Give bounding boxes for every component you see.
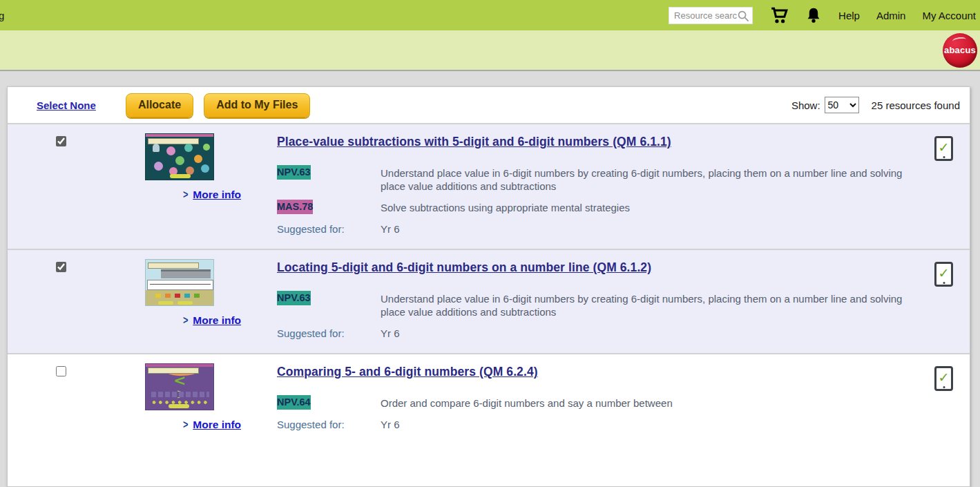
resource-checkbox[interactable] <box>56 366 66 376</box>
thumb-titlebar <box>146 134 213 137</box>
thumb-planet <box>201 164 209 173</box>
objective-row: MAS.78 Solve subtractions using appropri… <box>277 200 911 214</box>
help-link[interactable]: Help <box>838 10 860 21</box>
cart-icon[interactable] <box>769 6 789 24</box>
more-info-link[interactable]: > More info <box>182 314 241 327</box>
check-icon: ✓ <box>939 141 950 154</box>
check-icon: ✓ <box>939 267 950 280</box>
suggested-for-label: Suggested for: <box>277 223 381 235</box>
objective-code-badge: NPV.64 <box>277 395 311 410</box>
list-toolbar: Select None Allocate Add to My Files Sho… <box>8 87 970 123</box>
thumb-planet <box>166 146 175 155</box>
add-to-my-files-button[interactable]: Add to My Files <box>204 93 310 117</box>
notifications-bell-icon[interactable] <box>805 6 822 24</box>
thumb-tile-row <box>151 392 209 397</box>
thumb-planet <box>194 155 202 163</box>
thumb-button <box>177 301 193 305</box>
objective-row: NPV.63 Understand place value in 6-digit… <box>277 292 911 318</box>
objective-description: Understand place value in 6-digit number… <box>381 166 911 193</box>
suggested-for-row: Suggested for: Yr 6 <box>277 327 911 339</box>
allocated-device-icon[interactable]: ✓ <box>934 262 953 287</box>
objective-row: NPV.63 Understand place value in 6-digit… <box>277 166 911 193</box>
thumb-rocket <box>153 144 160 152</box>
top-navigation-bar: g Help Admin My Account <box>0 0 980 30</box>
thumb-button <box>170 174 191 178</box>
suggested-for-label: Suggested for: <box>277 327 381 339</box>
abacus-logo-text: abacus <box>944 45 976 55</box>
chevron-right-icon: > <box>183 314 188 327</box>
suggested-for-label: Suggested for: <box>277 419 381 430</box>
resource-row: > More info Place-value subtractions wit… <box>8 123 970 249</box>
thumb-button <box>169 404 189 408</box>
thumb-planet <box>154 162 163 171</box>
resource-thumbnail-racetrack[interactable] <box>145 259 214 306</box>
chevron-right-icon: > <box>183 189 188 201</box>
thumb-flag <box>175 294 180 298</box>
thumb-planet <box>175 156 184 165</box>
objective-description: Solve subtractions using appropriate men… <box>381 200 911 214</box>
resource-thumbnail-pond[interactable]: < > <box>145 363 214 410</box>
resource-row: > More info Locating 5-digit and 6-digit… <box>8 249 970 353</box>
thumb-grandstand <box>161 269 211 278</box>
my-account-link[interactable]: My Account <box>922 10 976 21</box>
objective-code-badge: NPV.63 <box>277 291 311 305</box>
more-info-link[interactable]: > More info <box>182 189 241 201</box>
select-none-link[interactable]: Select None <box>37 99 96 111</box>
sub-header-bar: abacus <box>0 30 980 71</box>
resource-checkbox[interactable] <box>56 136 66 146</box>
clipped-nav-text: g <box>0 10 8 21</box>
thumb-instruction-box <box>148 262 199 269</box>
suggested-for-row: Suggested for: Yr 6 <box>277 419 911 430</box>
thumb-planet <box>184 144 193 152</box>
abacus-logo[interactable]: abacus <box>943 33 977 68</box>
thumb-flag <box>194 294 200 298</box>
thumb-number-line <box>147 280 213 290</box>
resource-title-link[interactable]: Place-value subtractions with 5-digit an… <box>277 135 671 149</box>
more-info-link[interactable]: > More info <box>182 419 241 431</box>
suggested-for-row: Suggested for: Yr 6 <box>277 223 911 235</box>
page: { "topbar": { "clipped_text": "g", "sear… <box>0 0 980 487</box>
results-count: 25 resources found <box>872 99 960 111</box>
show-label: Show: <box>791 99 820 111</box>
search-icon[interactable] <box>737 10 750 26</box>
objective-code-badge: NPV.63 <box>277 165 311 180</box>
thumb-planet <box>203 144 210 151</box>
suggested-for-value: Yr 6 <box>381 223 911 235</box>
resource-search <box>669 7 753 24</box>
show-count-select[interactable]: 50 <box>825 97 859 113</box>
thumb-flag <box>155 294 161 298</box>
allocated-device-icon[interactable]: ✓ <box>934 366 953 391</box>
objective-description: Understand place value in 6-digit number… <box>381 292 911 318</box>
thumb-button <box>158 301 173 305</box>
admin-link[interactable]: Admin <box>876 10 906 21</box>
suggested-for-value: Yr 6 <box>381 327 911 339</box>
resource-checkbox[interactable] <box>56 262 66 272</box>
thumb-titlebar <box>146 364 213 367</box>
resource-thumbnail-planets[interactable] <box>145 133 214 180</box>
thumb-flag <box>165 294 171 298</box>
resource-title-link[interactable]: Comparing 5- and 6-digit numbers (QM 6.2… <box>277 365 538 379</box>
thumb-flag <box>184 294 190 298</box>
objective-description: Order and compare 6-digit numbers and sa… <box>381 396 911 410</box>
resource-list-panel: Select None Allocate Add to My Files Sho… <box>7 86 970 487</box>
check-icon: ✓ <box>939 371 950 384</box>
objective-row: NPV.64 Order and compare 6-digit numbers… <box>277 396 911 410</box>
suggested-for-value: Yr 6 <box>381 419 911 430</box>
objective-code-badge: MAS.78 <box>277 200 313 214</box>
resource-title-link[interactable]: Locating 5-digit and 6-digit numbers on … <box>277 260 651 275</box>
allocate-button[interactable]: Allocate <box>126 93 193 117</box>
thumb-line <box>150 284 211 285</box>
chevron-right-icon: > <box>183 419 188 431</box>
resource-row: < > > More info Comparing 5- and 6-digit… <box>8 353 970 445</box>
allocated-device-icon[interactable]: ✓ <box>934 136 953 161</box>
